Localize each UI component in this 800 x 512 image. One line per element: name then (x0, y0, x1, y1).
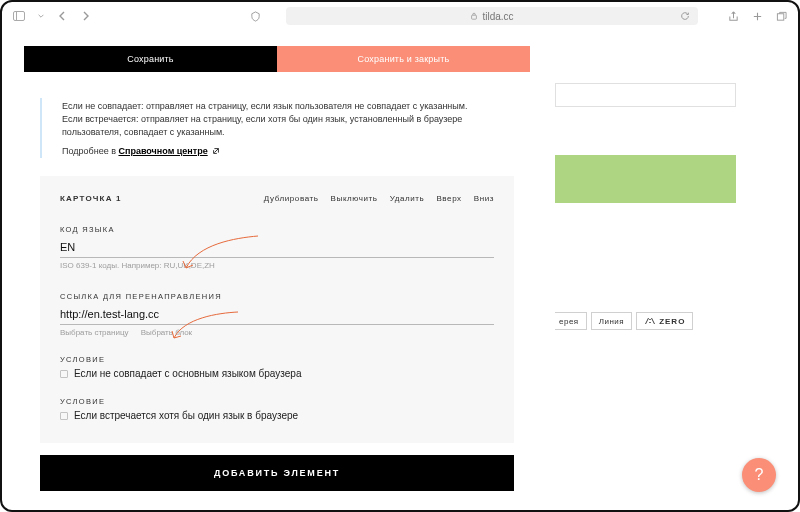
svg-rect-0 (472, 15, 477, 19)
browser-chrome: tilda.cc (2, 2, 798, 30)
info-box: Если не совпадает: отправляет на страниц… (40, 98, 530, 158)
back-icon[interactable] (56, 9, 70, 23)
help-link[interactable]: Справочном центре (118, 146, 207, 156)
condition-text: Если не совпадает с основным языком брау… (74, 368, 301, 379)
background-block (555, 155, 736, 203)
toolbar-zero[interactable]: ZERO (636, 312, 693, 330)
toolbar-line[interactable]: Линия (591, 312, 632, 330)
info-line: Если не совпадает: отправляет на страниц… (62, 100, 510, 113)
condition-checkbox[interactable] (60, 412, 68, 420)
field-label: ССЫЛКА ДЛЯ ПЕРЕНАПРАВЛЕНИЯ (60, 292, 494, 301)
url-text: tilda.cc (482, 11, 513, 22)
redirect-input[interactable] (60, 305, 494, 325)
add-element-button[interactable]: ДОБАВИТЬ ЭЛЕМЕНТ (40, 455, 514, 491)
tabs-icon[interactable] (774, 9, 788, 23)
condition-checkbox[interactable] (60, 370, 68, 378)
shield-icon[interactable] (248, 9, 262, 23)
lang-code-input[interactable] (60, 238, 494, 258)
forward-icon[interactable] (78, 9, 92, 23)
address-bar[interactable]: tilda.cc (286, 7, 698, 25)
condition-2: УСЛОВИЕ Если встречается хотя бы один яз… (60, 397, 494, 421)
refresh-icon[interactable] (678, 9, 692, 23)
chevron-down-icon[interactable] (34, 9, 48, 23)
card-title: КАРТОЧКА 1 (60, 194, 122, 203)
lock-icon (470, 12, 478, 20)
card-actions: Дублировать Выключить Удалить Вверх Вниз (264, 194, 494, 203)
redirect-field: ССЫЛКА ДЛЯ ПЕРЕНАПРАВЛЕНИЯ Выбрать стран… (60, 292, 494, 337)
action-disable[interactable]: Выключить (331, 194, 378, 203)
share-icon[interactable] (726, 9, 740, 23)
select-page-link[interactable]: Выбрать страницу (60, 328, 128, 337)
info-more: Подробнее в Справочном центре (62, 145, 510, 158)
background-field (555, 83, 736, 107)
language-card: КАРТОЧКА 1 Дублировать Выключить Удалить… (40, 176, 514, 443)
sidebar-toggle-icon[interactable] (12, 9, 26, 23)
condition-text: Если встречается хотя бы один язык в бра… (74, 410, 298, 421)
action-up[interactable]: Вверх (436, 194, 461, 203)
action-delete[interactable]: Удалить (390, 194, 425, 203)
settings-panel: Сохранить Сохранить и закрыть Если не со… (24, 46, 530, 500)
action-duplicate[interactable]: Дублировать (264, 194, 319, 203)
zero-icon (644, 316, 656, 326)
toolbar-gallery[interactable]: ерея (555, 312, 587, 330)
lang-code-field: КОД ЯЗЫКА ISO 639-1 коды. Например: RU,U… (60, 225, 494, 270)
select-block-link[interactable]: Выбрать блок (141, 328, 192, 337)
block-toolbar: ерея Линия ZERO (555, 312, 693, 330)
field-label: УСЛОВИЕ (60, 355, 494, 364)
save-close-button[interactable]: Сохранить и закрыть (277, 46, 530, 72)
plus-icon[interactable] (750, 9, 764, 23)
condition-1: УСЛОВИЕ Если не совпадает с основным язы… (60, 355, 494, 379)
svg-rect-1 (777, 13, 783, 19)
field-label: УСЛОВИЕ (60, 397, 494, 406)
info-line: Если встречается: отправляет на страницу… (62, 113, 510, 139)
external-link-icon (212, 147, 220, 155)
save-button[interactable]: Сохранить (24, 46, 277, 72)
action-down[interactable]: Вниз (474, 194, 494, 203)
field-label: КОД ЯЗЫКА (60, 225, 494, 234)
field-hint: ISO 639-1 коды. Например: RU,UK,DE,ZH (60, 261, 494, 270)
help-fab[interactable]: ? (742, 458, 776, 492)
